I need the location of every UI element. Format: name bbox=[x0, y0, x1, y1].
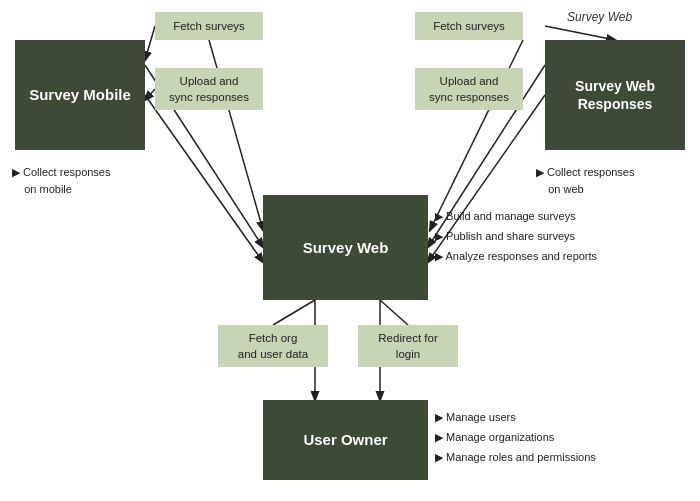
feature-analyze: ▶ Analyze responses and reports bbox=[435, 247, 597, 267]
redirect-login-text: Redirect forlogin bbox=[378, 330, 437, 362]
svg-line-12 bbox=[273, 300, 315, 325]
web-collect-annotation: ▶ Collect responses on web bbox=[536, 164, 635, 197]
upload-left-text: Upload andsync responses bbox=[169, 73, 249, 105]
feature-build: ▶ Build and manage surveys bbox=[435, 207, 597, 227]
svg-line-8 bbox=[145, 89, 155, 100]
survey-web-top-right-label: Survey Web bbox=[567, 10, 632, 24]
survey-web-responses-box: Survey WebResponses bbox=[545, 40, 685, 150]
feature-manage-roles: ▶ Manage roles and permissions bbox=[435, 448, 596, 468]
survey-web-features-annotation: ▶ Build and manage surveys ▶ Publish and… bbox=[435, 207, 597, 266]
user-owner-box: User Owner bbox=[263, 400, 428, 480]
fetch-surveys-right-label: Fetch surveys bbox=[415, 12, 523, 40]
survey-web-box: Survey Web bbox=[263, 195, 428, 300]
feature-manage-orgs: ▶ Manage organizations bbox=[435, 428, 596, 448]
feature-publish: ▶ Publish and share surveys bbox=[435, 227, 597, 247]
upload-left-label: Upload andsync responses bbox=[155, 68, 263, 110]
survey-web-responses-label: Survey WebResponses bbox=[575, 77, 655, 113]
svg-line-4 bbox=[145, 26, 155, 60]
svg-line-1 bbox=[145, 95, 263, 262]
feature-manage-users: ▶ Manage users bbox=[435, 408, 596, 428]
fetch-surveys-left-label: Fetch surveys bbox=[155, 12, 263, 40]
fetch-org-label: Fetch organd user data bbox=[218, 325, 328, 367]
survey-mobile-label: Survey Mobile bbox=[29, 85, 131, 105]
fetch-surveys-left-text: Fetch surveys bbox=[173, 18, 245, 34]
upload-right-text: Upload andsync responses bbox=[429, 73, 509, 105]
svg-line-13 bbox=[380, 300, 408, 325]
fetch-org-text: Fetch organd user data bbox=[238, 330, 308, 362]
diagram-container: Survey Mobile Survey WebResponses Survey… bbox=[0, 0, 700, 501]
survey-mobile-box: Survey Mobile bbox=[15, 40, 145, 150]
user-owner-label: User Owner bbox=[303, 430, 387, 450]
svg-line-7 bbox=[545, 26, 615, 40]
upload-right-label: Upload andsync responses bbox=[415, 68, 523, 110]
survey-web-label: Survey Web bbox=[303, 238, 389, 258]
fetch-surveys-right-text: Fetch surveys bbox=[433, 18, 505, 34]
user-owner-features-annotation: ▶ Manage users ▶ Manage organizations ▶ … bbox=[435, 408, 596, 467]
mobile-collect-annotation: ▶ Collect responses on mobile bbox=[12, 164, 111, 197]
redirect-login-label: Redirect forlogin bbox=[358, 325, 458, 367]
